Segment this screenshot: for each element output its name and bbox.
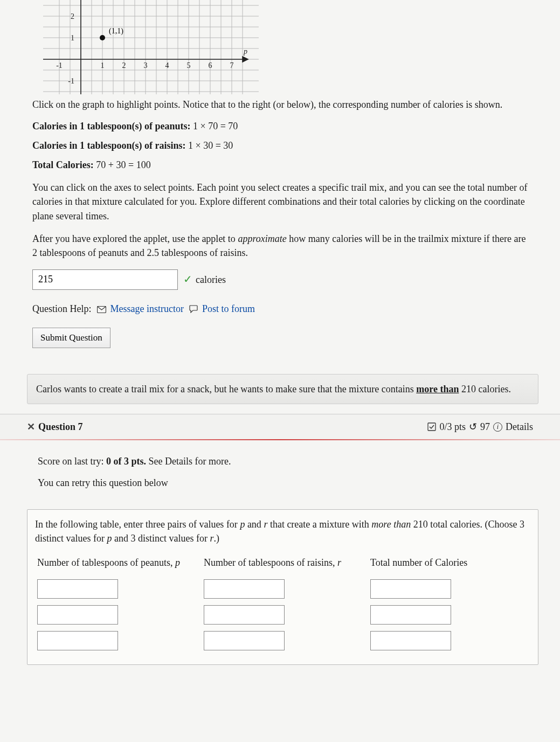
message-instructor-link[interactable]: Message instructor bbox=[110, 303, 184, 314]
calories-input[interactable] bbox=[32, 269, 178, 290]
details-link[interactable]: Details bbox=[506, 420, 533, 434]
mail-icon bbox=[97, 303, 106, 317]
question-title: Question 7 bbox=[38, 420, 83, 434]
svg-text:3: 3 bbox=[144, 61, 148, 70]
explore-paragraph: You can click on the axes to select poin… bbox=[32, 181, 533, 223]
svg-text:-1: -1 bbox=[68, 77, 74, 85]
r-input-3[interactable] bbox=[204, 631, 285, 650]
col-header-p: Number of tablespoons of peanuts, p bbox=[33, 552, 199, 576]
t-input-3[interactable] bbox=[370, 631, 451, 650]
context-box: Carlos wants to create a trail mix for a… bbox=[27, 374, 538, 404]
svg-text:-1: -1 bbox=[56, 61, 63, 70]
chat-icon bbox=[189, 303, 198, 317]
q7-intro: In the following table, enter three pair… bbox=[33, 515, 533, 552]
retry-line: You can retry this question below bbox=[38, 476, 528, 490]
svg-text:4: 4 bbox=[165, 61, 169, 70]
score-line: Score on last try: 0 of 3 pts. See Detai… bbox=[38, 454, 528, 468]
r-input-2[interactable] bbox=[204, 605, 285, 625]
calc-peanuts: Calories in 1 tablespoon(s) of peanuts: … bbox=[32, 119, 533, 133]
calc-total: Total Calories: 70 + 30 = 100 bbox=[32, 158, 533, 172]
table-row bbox=[33, 576, 533, 602]
calc-raisins: Calories in 1 tablespoon(s) of raisins: … bbox=[32, 138, 533, 152]
question-help: Question Help: Message instructor Post t… bbox=[32, 302, 533, 317]
table-row bbox=[33, 602, 533, 628]
info-icon: i bbox=[493, 422, 502, 432]
incorrect-icon: ✕ bbox=[27, 420, 35, 434]
svg-text:p: p bbox=[243, 47, 247, 56]
svg-text:6: 6 bbox=[209, 61, 212, 70]
t-input-2[interactable] bbox=[370, 605, 451, 625]
calories-unit: calories bbox=[196, 273, 226, 287]
svg-point-42 bbox=[100, 35, 105, 40]
p-input-2[interactable] bbox=[37, 605, 118, 625]
points-text: 0/3 pts bbox=[439, 420, 466, 434]
table-row bbox=[33, 628, 533, 654]
checkbox-icon bbox=[427, 422, 436, 431]
graph-instruction: Click on the graph to highlight points. … bbox=[32, 98, 533, 112]
svg-text:2: 2 bbox=[122, 61, 126, 70]
svg-text:5: 5 bbox=[187, 61, 191, 70]
r-input-1[interactable] bbox=[204, 579, 285, 599]
question-7-header: ✕ Question 7 0/3 pts ↺ 97 i Details bbox=[0, 414, 560, 439]
svg-rect-45 bbox=[428, 423, 435, 431]
svg-text:1: 1 bbox=[101, 61, 105, 70]
col-header-total: Total number of Calories bbox=[366, 552, 533, 576]
svg-text:(1,1): (1,1) bbox=[109, 27, 123, 36]
submit-button[interactable]: Submit Question bbox=[32, 328, 110, 348]
values-table: Number of tablespoons of peanuts, p Numb… bbox=[33, 552, 533, 654]
svg-marker-29 bbox=[243, 57, 248, 62]
retry-icon: ↺ bbox=[469, 420, 477, 434]
svg-text:2: 2 bbox=[71, 12, 74, 20]
question-7-body: In the following table, enter three pair… bbox=[27, 509, 538, 664]
svg-text:1: 1 bbox=[71, 34, 74, 42]
post-forum-link[interactable]: Post to forum bbox=[202, 303, 255, 314]
check-icon: ✓ bbox=[183, 272, 192, 287]
p-input-3[interactable] bbox=[37, 631, 118, 650]
svg-text:7: 7 bbox=[230, 61, 234, 70]
p-input-1[interactable] bbox=[37, 579, 118, 599]
retries-count: 97 bbox=[480, 420, 490, 434]
col-header-r: Number of tablespoons of raisins, r bbox=[199, 552, 366, 576]
t-input-1[interactable] bbox=[370, 579, 451, 599]
coordinate-graph[interactable]: 2 1 -1 -1 1 2 3 4 5 6 7 p (1,1) bbox=[43, 0, 533, 94]
task-paragraph: After you have explored the applet, use … bbox=[32, 232, 533, 260]
